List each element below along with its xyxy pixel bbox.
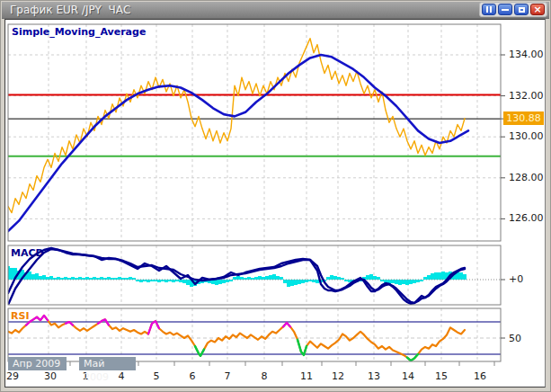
chart-window: График EUR /JPY ЧАС × Simple_Moving_Aver… bbox=[0, 0, 551, 392]
chart-canvas[interactable] bbox=[1, 1, 551, 392]
